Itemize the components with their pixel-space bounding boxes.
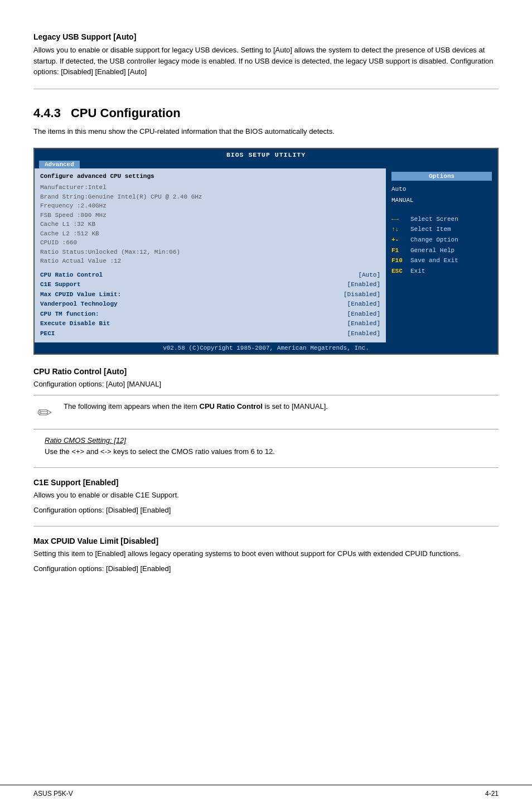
- bios-info-line: Ratio Status:Unlocked (Max:12, Min:06): [40, 248, 380, 257]
- bios-options-header: Options: [391, 172, 492, 181]
- bios-nav-desc: Save and Exit: [410, 255, 458, 266]
- bios-nav-key: ←→: [391, 214, 407, 225]
- bios-item-row: CPU Ratio Control [Auto]: [40, 270, 380, 281]
- bios-item-value: [Auto]: [358, 270, 380, 281]
- bios-nav-row: +- Change Option: [391, 235, 492, 245]
- max-cpuid-section: Max CPUID Value Limit [Disabled] Setting…: [33, 537, 499, 574]
- bios-info-block: Manufacturer:IntelBrand String:Genuine I…: [40, 183, 380, 266]
- bios-item-name: Max CPUID Value Limit:: [40, 290, 121, 300]
- note-text: The following item appears when the item…: [64, 401, 328, 412]
- bios-option: MANUAL: [391, 195, 492, 206]
- note-box: ✏ The following item appears when the it…: [33, 395, 499, 429]
- bios-nav-row: F10 Save and Exit: [391, 255, 492, 266]
- c1e-text1: Allows you to enable or disable C1E Supp…: [33, 490, 499, 501]
- bios-info-line: CPUID :660: [40, 238, 380, 248]
- chapter-title: CPU Configuration: [71, 106, 181, 120]
- bios-title-bar: BIOS SETUP UTILITY: [35, 149, 497, 160]
- section-divider-2: [33, 467, 499, 468]
- bios-item-row: C1E Support [Enabled]: [40, 280, 380, 290]
- cpu-ratio-text: Configuration options: [Auto] [MANUAL]: [33, 379, 499, 390]
- bios-item-value: [Enabled]: [347, 280, 380, 290]
- chapter-number: 4.4.3: [33, 106, 61, 120]
- bios-info-line: Cache L2 :512 KB: [40, 229, 380, 239]
- bios-info-line: Cache L1 :32 KB: [40, 220, 380, 229]
- max-cpuid-text2: Configuration options: [Disabled] [Enabl…: [33, 563, 499, 574]
- chapter-intro: The items in this menu show the CPU-rela…: [33, 126, 499, 137]
- chapter-heading: 4.4.3 CPU Configuration: [33, 106, 499, 120]
- page-number: 4-21: [485, 790, 499, 798]
- bios-nav-desc: Exit: [410, 266, 425, 277]
- legacy-usb-text: Allows you to enable or disable support …: [33, 45, 499, 78]
- bios-info-line: Brand String:Genuine Intel(R) CPU @ 2.40…: [40, 192, 380, 202]
- bios-item-name: PECI: [40, 329, 55, 339]
- bios-screenshot: BIOS SETUP UTILITY Advanced Configure ad…: [33, 148, 499, 355]
- bios-item-value: [Enabled]: [347, 319, 380, 329]
- bios-item-row: CPU TM function: [Enabled]: [40, 310, 380, 320]
- max-cpuid-text1: Setting this item to [Enabled] allows le…: [33, 548, 499, 559]
- bios-item-row: Max CPUID Value Limit: [Disabled]: [40, 290, 380, 300]
- page-footer: ASUS P5K-V 4-21: [0, 785, 532, 802]
- bios-nav-desc: Select Screen: [410, 214, 458, 225]
- bios-left-header: Configure advanced CPU settings: [40, 172, 380, 181]
- bios-item-name: C1E Support: [40, 280, 81, 290]
- bios-nav-block: ←→ Select Screen ↑↓ Select Item +- Chang…: [391, 214, 492, 277]
- bios-nav-key: F10: [391, 255, 407, 266]
- bios-tab-advanced[interactable]: Advanced: [39, 161, 80, 168]
- bios-item-row: Execute Disable Bit [Enabled]: [40, 319, 380, 329]
- bios-nav-row: F1 General Help: [391, 245, 492, 256]
- legacy-usb-title: Legacy USB Support [Auto]: [33, 32, 499, 41]
- bios-nav-row: ←→ Select Screen: [391, 214, 492, 225]
- bios-left-panel: Configure advanced CPU settings Manufact…: [35, 168, 386, 342]
- ratio-cmos-link: Ratio CMOS Setting: [12]: [45, 436, 499, 445]
- bios-item-value: [Enabled]: [347, 310, 380, 320]
- bios-nav-desc: Change Option: [410, 235, 458, 245]
- bios-right-panel: Options AutoMANUAL ←→ Select Screen ↑↓ S…: [386, 168, 497, 342]
- bios-nav-key: ↑↓: [391, 224, 407, 235]
- cpu-ratio-section: CPU Ratio Control [Auto] Configuration o…: [33, 367, 499, 457]
- c1e-title: C1E Support [Enabled]: [33, 478, 499, 487]
- bios-nav-key: ESC: [391, 266, 407, 277]
- bios-footer: v02.58 (C)Copyright 1985-2007, American …: [35, 342, 497, 354]
- bios-nav-row: ↑↓ Select Item: [391, 224, 492, 235]
- bios-info-line: FSB Speed :800 MHz: [40, 211, 380, 220]
- bios-info-line: Frequency :2.40GHz: [40, 201, 380, 211]
- section-divider-3: [33, 526, 499, 526]
- section-divider: [33, 89, 499, 89]
- bios-option: Auto: [391, 184, 492, 195]
- max-cpuid-title: Max CPUID Value Limit [Disabled]: [33, 537, 499, 545]
- bios-item-value: [Enabled]: [347, 299, 380, 310]
- bios-item-row: PECI [Enabled]: [40, 329, 380, 339]
- bios-items-block: CPU Ratio Control [Auto] C1E Support [En…: [40, 270, 380, 339]
- bios-item-row: Vanderpool Technology [Enabled]: [40, 299, 380, 310]
- brand-label: ASUS P5K-V: [33, 790, 73, 798]
- bios-info-line: Manufacturer:Intel: [40, 183, 380, 192]
- bios-item-name: Execute Disable Bit: [40, 319, 110, 329]
- bios-item-value: [Disabled]: [344, 290, 380, 300]
- c1e-section: C1E Support [Enabled] Allows you to enab…: [33, 478, 499, 516]
- cpu-ratio-title: CPU Ratio Control [Auto]: [33, 367, 499, 376]
- note-icon: ✏: [33, 402, 56, 423]
- bios-item-name: Vanderpool Technology: [40, 299, 118, 310]
- c1e-text2: Configuration options: [Disabled] [Enabl…: [33, 505, 499, 516]
- bios-info-line: Ratio Actual Value :12: [40, 257, 380, 266]
- bios-options-list: AutoMANUAL: [391, 184, 492, 206]
- bios-item-name: CPU Ratio Control: [40, 270, 103, 281]
- bios-main-area: Configure advanced CPU settings Manufact…: [35, 168, 497, 342]
- bios-nav-desc: General Help: [410, 245, 454, 256]
- bios-tab-bar: Advanced: [35, 160, 497, 168]
- bios-nav-key: F1: [391, 245, 407, 256]
- bios-nav-key: +-: [391, 235, 407, 245]
- bios-nav-row: ESC Exit: [391, 266, 492, 277]
- bios-item-value: [Enabled]: [347, 329, 380, 339]
- bios-nav-desc: Select Item: [410, 224, 451, 235]
- bios-item-name: CPU TM function:: [40, 310, 99, 320]
- ratio-cmos-desc: Use the <+> and <-> keys to select the C…: [45, 446, 499, 457]
